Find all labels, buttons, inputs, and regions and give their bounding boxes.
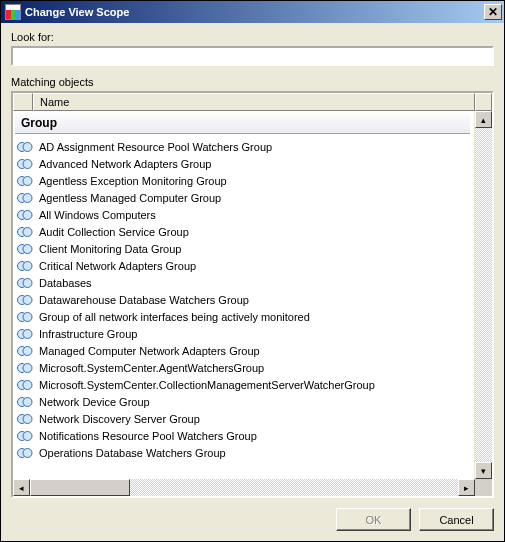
svg-point-5 — [23, 176, 32, 185]
vscroll-track[interactable] — [475, 128, 492, 462]
list-item-label: Infrastructure Group — [39, 328, 137, 340]
group-icon — [17, 209, 33, 221]
client-area: Look for: Matching objects Name Group — [1, 23, 504, 541]
svg-point-35 — [23, 431, 32, 440]
list-item[interactable]: Advanced Network Adapters Group — [13, 155, 474, 172]
ok-button[interactable]: OK — [336, 508, 411, 531]
list-item[interactable]: Databases — [13, 274, 474, 291]
list-item[interactable]: Agentless Managed Computer Group — [13, 189, 474, 206]
list-item-label: AD Assignment Resource Pool Watchers Gro… — [39, 141, 272, 153]
hscroll-track[interactable] — [130, 479, 458, 496]
group-icon — [17, 345, 33, 357]
list-item-label: Operations Database Watchers Group — [39, 447, 226, 459]
scroll-down-button[interactable]: ▾ — [475, 462, 492, 479]
list-item-label: Network Discovery Server Group — [39, 413, 200, 425]
svg-point-33 — [23, 414, 32, 423]
group-icon — [17, 260, 33, 272]
column-header-name[interactable]: Name — [33, 93, 475, 111]
app-icon — [5, 4, 21, 20]
hscroll-thumb[interactable] — [30, 479, 130, 496]
list-item[interactable]: Microsoft.SystemCenter.AgentWatchersGrou… — [13, 359, 474, 376]
list-item[interactable]: Managed Computer Network Adapters Group — [13, 342, 474, 359]
list-item-label: Client Monitoring Data Group — [39, 243, 181, 255]
group-icon — [17, 328, 33, 340]
column-header-scroll-spacer — [475, 93, 492, 111]
list-item-label: All Windows Computers — [39, 209, 156, 221]
search-input[interactable] — [11, 46, 494, 66]
list-item-label: Databases — [39, 277, 92, 289]
list-item-label: Notifications Resource Pool Watchers Gro… — [39, 430, 257, 442]
group-icon — [17, 226, 33, 238]
list-item[interactable]: All Windows Computers — [13, 206, 474, 223]
group-icon — [17, 158, 33, 170]
svg-point-1 — [23, 142, 32, 151]
list-item[interactable]: Microsoft.SystemCenter.CollectionManagem… — [13, 376, 474, 393]
group-icon — [17, 277, 33, 289]
list-item-label: Datawarehouse Database Watchers Group — [39, 294, 249, 306]
list-item[interactable]: Group of all network interfaces being ac… — [13, 308, 474, 325]
list-item[interactable]: Network Discovery Server Group — [13, 410, 474, 427]
window-title: Change View Scope — [25, 6, 129, 18]
svg-point-3 — [23, 159, 32, 168]
list-item-label: Microsoft.SystemCenter.CollectionManagem… — [39, 379, 375, 391]
vertical-scrollbar[interactable]: ▴ ▾ — [474, 111, 492, 479]
list-item[interactable]: AD Assignment Resource Pool Watchers Gro… — [13, 138, 474, 155]
list-item[interactable]: Audit Collection Service Group — [13, 223, 474, 240]
list-item[interactable]: Client Monitoring Data Group — [13, 240, 474, 257]
svg-point-25 — [23, 346, 32, 355]
horizontal-scrollbar[interactable]: ◂ ▸ — [13, 479, 492, 496]
svg-point-11 — [23, 227, 32, 236]
list-caption: Matching objects — [11, 76, 494, 88]
list-item[interactable]: Operations Database Watchers Group — [13, 444, 474, 461]
titlebar: Change View Scope ✕ — [1, 1, 504, 23]
list-item[interactable]: Notifications Resource Pool Watchers Gro… — [13, 427, 474, 444]
list-item-label: Group of all network interfaces being ac… — [39, 311, 310, 323]
list-item-label: Microsoft.SystemCenter.AgentWatchersGrou… — [39, 362, 264, 374]
search-label: Look for: — [11, 31, 494, 43]
scroll-corner — [475, 479, 492, 496]
group-icon — [17, 379, 33, 391]
list-item-label: Network Device Group — [39, 396, 150, 408]
list-header: Name — [13, 93, 492, 111]
svg-point-9 — [23, 210, 32, 219]
list-item[interactable]: Datawarehouse Database Watchers Group — [13, 291, 474, 308]
group-icon — [17, 243, 33, 255]
list-item-label: Agentless Exception Monitoring Group — [39, 175, 227, 187]
list-item[interactable]: Network Device Group — [13, 393, 474, 410]
list-view[interactable]: Name Group AD Assignment Resource Pool W… — [11, 91, 494, 498]
svg-point-15 — [23, 261, 32, 270]
scroll-left-button[interactable]: ◂ — [13, 479, 30, 496]
list-item[interactable]: Infrastructure Group — [13, 325, 474, 342]
list-item-label: Audit Collection Service Group — [39, 226, 189, 238]
svg-point-37 — [23, 448, 32, 457]
chevron-left-icon: ◂ — [19, 483, 24, 493]
scroll-right-button[interactable]: ▸ — [458, 479, 475, 496]
chevron-right-icon: ▸ — [464, 483, 469, 493]
group-icon — [17, 396, 33, 408]
group-icon — [17, 192, 33, 204]
chevron-down-icon: ▾ — [481, 466, 486, 476]
list-item-label: Critical Network Adapters Group — [39, 260, 196, 272]
group-icon — [17, 430, 33, 442]
list-item-label: Agentless Managed Computer Group — [39, 192, 221, 204]
cancel-button[interactable]: Cancel — [419, 508, 494, 531]
group-icon — [17, 362, 33, 374]
list-item[interactable]: Agentless Exception Monitoring Group — [13, 172, 474, 189]
list-body: Group AD Assignment Resource Pool Watche… — [13, 111, 474, 479]
svg-point-21 — [23, 312, 32, 321]
dialog-window: Change View Scope ✕ Look for: Matching o… — [0, 0, 505, 542]
svg-point-29 — [23, 380, 32, 389]
list-item-label: Managed Computer Network Adapters Group — [39, 345, 260, 357]
svg-point-23 — [23, 329, 32, 338]
list-item[interactable]: Critical Network Adapters Group — [13, 257, 474, 274]
svg-point-13 — [23, 244, 32, 253]
group-icon — [17, 175, 33, 187]
group-icon — [17, 413, 33, 425]
column-header-icon[interactable] — [13, 93, 33, 111]
close-button[interactable]: ✕ — [484, 4, 502, 20]
scroll-up-button[interactable]: ▴ — [475, 111, 492, 128]
svg-point-27 — [23, 363, 32, 372]
svg-point-19 — [23, 295, 32, 304]
svg-point-7 — [23, 193, 32, 202]
close-icon: ✕ — [488, 6, 498, 18]
